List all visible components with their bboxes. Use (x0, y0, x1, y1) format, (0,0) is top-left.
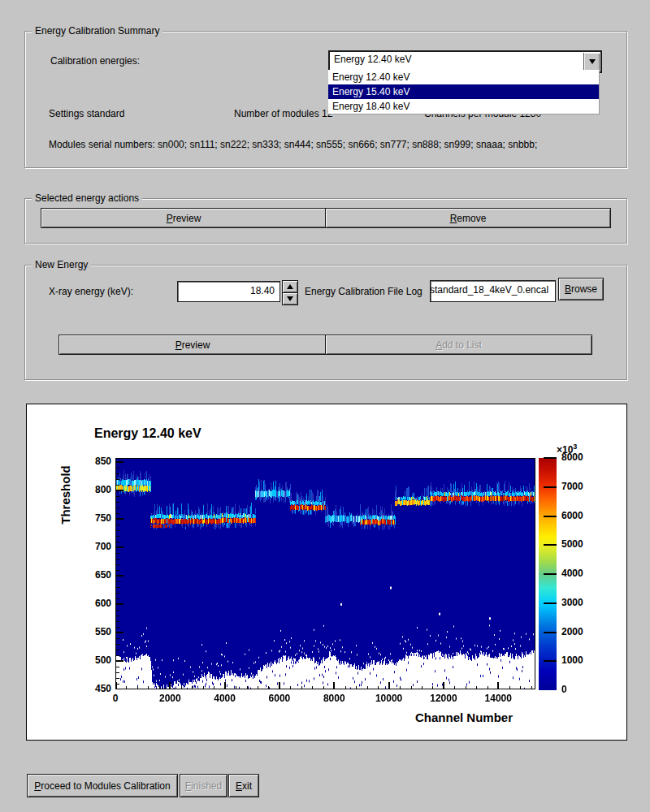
colorbar-tick-label: 4000 (561, 568, 583, 579)
colorbar-tick-label: 8000 (561, 451, 583, 463)
xray-energy-value: 18.40 (250, 285, 275, 296)
colorbar-tick-label: 7000 (561, 481, 583, 492)
settings-standard-label: Settings standard (49, 108, 124, 119)
file-log-input[interactable]: standard_18_4keV_0.encal (430, 280, 556, 302)
remove-selected-button[interactable]: Remove (325, 208, 611, 228)
preview-new-button[interactable]: Preview (58, 335, 327, 355)
y-tick-label: 800 (76, 484, 111, 495)
y-tick-label: 750 (76, 512, 111, 524)
x-tick-label: 10000 (365, 693, 414, 704)
colorbar-tick (544, 573, 557, 575)
summary-group-title: Energy Calibration Summary (32, 25, 162, 37)
y-tick-label: 650 (76, 569, 111, 581)
proceed-to-modules-calibration-button[interactable]: Proceed to Modules Calibration (27, 774, 178, 797)
file-log-value: standard_18_4keV_0.encal (431, 284, 548, 296)
colorbar-tick-label: 0 (561, 684, 567, 695)
preview-selected-button[interactable]: Preview (41, 208, 327, 228)
chevron-down-icon (589, 59, 596, 64)
browse-button[interactable]: Browse (558, 278, 604, 300)
finished-button[interactable]: Finished (180, 774, 228, 797)
arrow-up-icon (287, 284, 293, 289)
colorbar-tick-label: 6000 (561, 510, 583, 521)
colorbar-tick (544, 457, 557, 459)
y-axis-title: Threshold (58, 449, 72, 542)
colorbar-tick (544, 486, 557, 488)
x-tick-label: 2000 (145, 693, 194, 704)
combo-option-0[interactable]: Energy 12.40 keV (328, 70, 599, 84)
y-tick-label: 550 (76, 626, 111, 637)
x-tick-label: 0 (91, 693, 140, 704)
colorbar-tick-label: 1000 (561, 654, 583, 666)
number-of-modules-label: Number of modules 12 (234, 108, 332, 119)
modules-serial-numbers-label: Modules serial numbers: sn000; sn111; sn… (49, 139, 537, 150)
energy-calibration-window: { "summary": { "title": "Energy Calibrat… (0, 0, 650, 812)
colorbar-tick (544, 632, 557, 633)
y-tick-label: 500 (76, 654, 111, 666)
combo-popup: Energy 12.40 keV Energy 15.40 keV Energy… (328, 70, 600, 114)
colorbar-tick-label: 5000 (561, 538, 583, 550)
chart-title: Energy 12.40 keV (94, 426, 202, 441)
spin-down-button[interactable] (282, 292, 298, 305)
colorbar-tick (544, 516, 557, 517)
spin-up-button[interactable] (282, 280, 298, 293)
calibration-energies-label: Calibration energies: (50, 55, 140, 67)
colorbar-tick-label: 3000 (561, 597, 583, 608)
new-energy-group-title: New Energy (32, 259, 91, 270)
y-tick-label: 600 (76, 598, 111, 609)
xray-energy-label: X-ray energy (keV): (49, 286, 133, 297)
combobox-selected-value: Energy 12.40 keV (334, 54, 411, 65)
arrow-down-icon (287, 296, 293, 301)
x-tick-label: 8000 (310, 693, 358, 704)
colorbar-tick (544, 544, 557, 546)
combo-option-1[interactable]: Energy 15.40 keV (328, 84, 599, 99)
x-tick-label: 6000 (255, 693, 304, 704)
threshold-scan-heatmap (115, 458, 535, 689)
add-to-list-button[interactable]: Add to List (325, 335, 592, 355)
combo-option-2[interactable]: Energy 18.40 keV (328, 99, 599, 114)
colorbar-tick-label: 2000 (561, 626, 583, 637)
calibration-plot-panel: Energy 12.40 keV Threshold Channel Numbe… (26, 404, 627, 741)
y-tick-label: 700 (76, 541, 111, 552)
file-log-label: Energy Calibration File Log (305, 286, 422, 297)
x-tick-label: 4000 (201, 693, 249, 704)
y-tick-label: 850 (76, 456, 111, 467)
xray-energy-spinbox[interactable]: 18.40 (177, 281, 280, 302)
x-axis-title: Channel Number (383, 710, 545, 724)
combobox-dropdown-button[interactable] (583, 53, 600, 71)
selected-actions-group-title: Selected energy actions (32, 192, 142, 204)
x-tick-label: 12000 (419, 693, 468, 704)
colorbar-tick (544, 603, 557, 604)
x-tick-label: 14000 (474, 693, 522, 704)
exit-button[interactable]: Exit (228, 774, 259, 797)
colorbar-tick (544, 660, 557, 662)
